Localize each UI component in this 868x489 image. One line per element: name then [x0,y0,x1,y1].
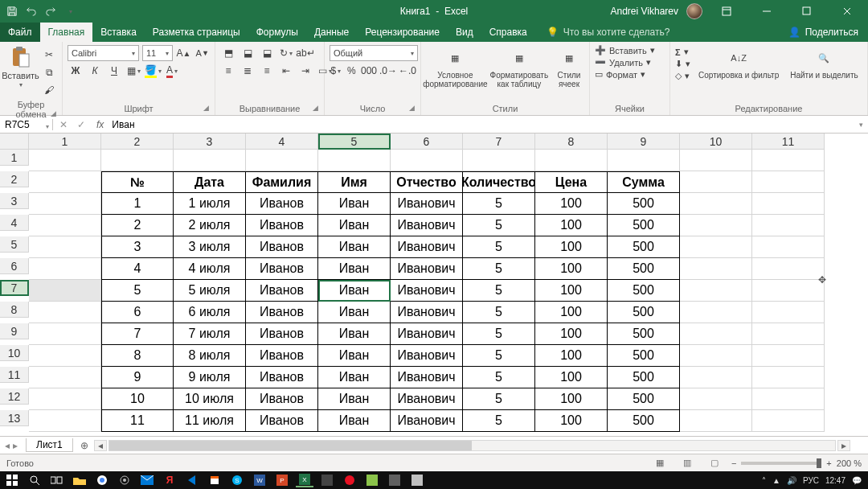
cell[interactable] [29,302,101,323]
cell[interactable]: 1 [101,193,174,215]
vscode-icon[interactable] [183,473,201,487]
decrease-indent-icon[interactable]: ⇤ [278,63,294,79]
row-header[interactable]: 5 [0,236,29,253]
cell[interactable] [752,323,825,345]
cancel-formula-icon[interactable]: ✕ [55,119,72,130]
tray-notifications-icon[interactable]: 💬 [852,476,862,485]
row-header[interactable]: 7 [0,280,29,296]
cell[interactable]: 100 [535,258,608,280]
app-icon-5[interactable] [408,473,426,487]
cell[interactable]: 7 [101,323,174,345]
tab-формулы[interactable]: Формулы [248,23,306,42]
page-layout-icon[interactable]: ▥ [677,457,698,470]
mail-icon[interactable] [138,473,156,487]
cell[interactable]: 4 июля [174,258,246,280]
cell[interactable] [680,236,752,258]
cell[interactable] [29,193,101,215]
explorer-icon[interactable] [71,473,88,487]
cell[interactable] [535,150,608,171]
cell[interactable] [680,215,752,236]
cell[interactable]: 5 [463,193,535,215]
cell[interactable]: 100 [535,388,608,410]
app-icon-2[interactable] [341,473,358,487]
format-cells-button[interactable]: ▭Формат▾ [595,69,655,80]
cell[interactable]: Иванович [391,215,463,236]
cell[interactable]: 11 [101,410,174,432]
cell[interactable]: № [101,171,174,193]
col-header[interactable]: 7 [463,134,535,150]
save-icon[interactable] [6,6,18,17]
tray-lang[interactable]: РУС [803,476,819,485]
decrease-decimal-icon[interactable]: ←.0 [399,63,416,79]
cell[interactable]: Иванович [391,236,463,258]
col-header[interactable]: 3 [174,134,246,150]
cell[interactable]: 100 [535,193,608,215]
cell[interactable] [101,150,174,171]
number-launcher-icon[interactable]: ◢ [407,104,416,112]
cell[interactable]: 500 [608,345,680,367]
format-painter-icon[interactable]: 🖌 [41,82,57,98]
cell[interactable] [680,345,752,367]
cell[interactable]: 2 [101,215,174,236]
cell[interactable]: Иванов [246,236,318,258]
cell[interactable] [680,323,752,345]
cell[interactable]: Иванов [246,193,318,215]
add-sheet-icon[interactable]: ⊕ [76,440,92,451]
cell[interactable] [29,345,101,367]
increase-font-icon[interactable]: A▲ [176,45,192,61]
settings-icon[interactable] [116,473,133,487]
cell[interactable] [680,280,752,302]
redo-icon[interactable] [45,6,56,17]
cell[interactable]: 5 [463,323,535,345]
comma-icon[interactable]: 000 [361,63,377,79]
cell[interactable]: 5 [463,345,535,367]
cell[interactable]: Иван [318,280,391,302]
row-header[interactable]: 2 [0,171,29,187]
cell[interactable] [318,150,391,171]
row-header[interactable]: 9 [0,323,29,339]
accounting-icon[interactable]: $ [330,63,342,79]
decrease-font-icon[interactable]: A▼ [194,45,210,61]
cell[interactable] [680,302,752,323]
row-header[interactable]: 13 [0,410,29,426]
app-icon-3[interactable] [363,473,381,487]
cell[interactable] [752,193,825,215]
cell[interactable] [680,388,752,410]
undo-icon[interactable] [26,6,37,17]
qat-customize-icon[interactable] [64,6,76,17]
align-left-icon[interactable]: ≡ [220,63,236,79]
cell[interactable]: Иванов [246,323,318,345]
cell[interactable]: Отчество [391,171,463,193]
cell[interactable]: Иван [318,193,391,215]
cell[interactable] [680,193,752,215]
cell[interactable] [29,280,101,302]
row-header[interactable]: 12 [0,388,29,405]
autosum-button[interactable]: Σ▾ [675,47,690,57]
cell[interactable] [29,323,101,345]
skype-icon[interactable]: S [228,473,246,487]
cell[interactable] [29,171,101,193]
cell[interactable]: 7 июля [174,323,246,345]
cell[interactable]: Иванович [391,388,463,410]
cell[interactable]: 500 [608,410,680,432]
cell[interactable]: 11 июля [174,410,246,432]
col-header[interactable]: 1 [29,134,101,150]
cell[interactable]: 100 [535,345,608,367]
align-top-icon[interactable]: ⬒ [220,45,236,61]
col-header[interactable]: 5 [318,134,391,150]
cell[interactable]: 4 [101,258,174,280]
hscroll-thumb[interactable] [109,441,473,450]
cell[interactable]: Иванов [246,345,318,367]
col-header[interactable]: 9 [608,134,680,150]
underline-icon[interactable]: Ч [106,63,122,79]
row-header[interactable]: 4 [0,215,29,231]
cell[interactable]: Иванов [246,215,318,236]
search-icon[interactable] [26,473,43,487]
find-select-button[interactable]: 🔍Найти и выделить [787,45,861,81]
fill-color-icon[interactable]: 🪣 [145,63,161,79]
cell[interactable]: Имя [318,171,391,193]
copy-icon[interactable]: ⧉ [41,64,57,80]
expand-formula-icon[interactable]: ▾ [854,121,868,129]
minimize-button[interactable] [751,0,783,23]
row-header[interactable]: 3 [0,193,29,209]
